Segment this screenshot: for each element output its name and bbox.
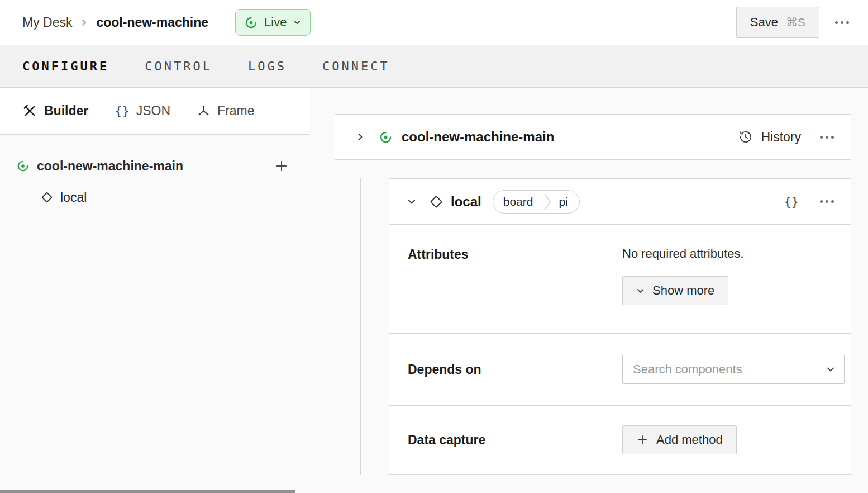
breadcrumb: My Desk cool-new-machine (22, 15, 208, 30)
viam-machine-icon (379, 131, 392, 144)
add-component-button[interactable] (274, 159, 289, 173)
header-overflow-menu-button[interactable] (833, 17, 851, 29)
save-shortcut: ⌘S (786, 16, 805, 29)
plus-icon (636, 434, 648, 446)
component-type: board (493, 191, 543, 213)
machine-card-overflow-button[interactable] (818, 131, 836, 143)
viam-live-icon (245, 16, 257, 29)
show-more-button[interactable]: Show more (622, 276, 728, 305)
chevron-down-icon (636, 287, 645, 295)
view-json-button[interactable]: {} (784, 195, 799, 208)
component-title: local (451, 194, 481, 210)
history-label: History (761, 130, 801, 145)
mode-json-label: JSON (136, 103, 170, 118)
data-capture-value: Add method (622, 425, 835, 454)
depends-on-value: Search components (622, 355, 845, 384)
component-tree-indent: local board pi {} A (360, 178, 851, 475)
add-method-button[interactable]: Add method (622, 425, 737, 454)
depends-on-select[interactable]: Search components (622, 355, 845, 384)
ellipsis-icon (818, 131, 836, 143)
breadcrumb-current: cool-new-machine (96, 15, 208, 30)
component-type-pill: board pi (493, 190, 580, 214)
component-card-header: local board pi {} (389, 179, 851, 224)
tab-connect[interactable]: CONNECT (322, 59, 390, 73)
live-status-dropdown[interactable]: Live (235, 9, 311, 36)
add-method-label: Add method (656, 433, 723, 447)
live-status-label: Live (264, 15, 287, 30)
chevron-right-icon (356, 132, 365, 141)
component-diamond-icon (432, 197, 441, 206)
expand-toggle-button[interactable] (354, 130, 367, 144)
depends-on-section: Depends on Search components (389, 333, 851, 405)
mode-frame[interactable]: Frame (197, 103, 254, 118)
content-area: Builder {} JSON Frame cool-new-machine-m… (0, 88, 868, 493)
save-label: Save (750, 15, 778, 30)
select-placeholder: Search components (633, 362, 742, 377)
breadcrumb-chevron-icon (80, 18, 88, 27)
sidebar-horizontal-scrollbar[interactable] (0, 490, 295, 493)
machine-part-title: cool-new-machine-main (402, 129, 554, 145)
left-sidebar: Builder {} JSON Frame cool-new-machine-m… (0, 88, 309, 493)
tab-control[interactable]: CONTROL (145, 59, 212, 73)
machine-nav-tabbar: CONFIGURE CONTROL LOGS CONNECT (0, 45, 868, 88)
mode-json[interactable]: {} JSON (115, 103, 170, 118)
attributes-section: Attributes No required attributes. Show … (389, 224, 851, 333)
history-button[interactable]: History (738, 130, 801, 145)
component-card-overflow-button[interactable] (818, 196, 836, 207)
config-canvas: cool-new-machine-main History (309, 88, 868, 493)
mode-builder-label: Builder (44, 103, 88, 118)
component-diamond-icon (41, 192, 53, 203)
chevron-down-icon (293, 18, 301, 26)
pill-chevron-separator-icon (543, 190, 552, 214)
tab-logs[interactable]: LOGS (248, 59, 287, 73)
tab-configure[interactable]: CONFIGURE (22, 59, 109, 73)
tree-item-label: local (60, 190, 87, 205)
depends-on-label: Depends on (408, 362, 622, 377)
history-icon (738, 130, 753, 144)
machine-part-tree: cool-new-machine-main local (0, 135, 309, 493)
tree-item-local[interactable]: local (0, 182, 309, 213)
chevron-down-icon (407, 197, 416, 206)
chevron-down-icon (826, 365, 835, 374)
save-button[interactable]: Save ⌘S (736, 7, 819, 38)
component-model: pi (552, 191, 579, 213)
frame-axes-icon (197, 104, 211, 118)
viam-machine-icon (17, 160, 29, 172)
ellipsis-icon (833, 17, 851, 29)
attributes-label: Attributes (408, 246, 622, 262)
tools-icon (22, 103, 37, 118)
tree-item-machine-main[interactable]: cool-new-machine-main (0, 150, 309, 182)
braces-icon: {} (115, 104, 130, 118)
top-header: My Desk cool-new-machine Live Save ⌘S (0, 0, 868, 45)
sidebar-mode-switcher: Builder {} JSON Frame (0, 88, 309, 135)
ellipsis-icon (818, 196, 836, 207)
attributes-value: No required attributes. Show more (622, 246, 835, 305)
show-more-label: Show more (652, 283, 714, 298)
mode-frame-label: Frame (217, 103, 254, 118)
breadcrumb-root-link[interactable]: My Desk (22, 15, 72, 30)
attributes-empty-text: No required attributes. (622, 246, 835, 262)
machine-part-card: cool-new-machine-main History (335, 114, 851, 160)
data-capture-section: Data capture Add method (389, 405, 851, 474)
mode-builder[interactable]: Builder (22, 103, 88, 118)
component-card-local: local board pi {} A (389, 178, 851, 475)
tree-item-label: cool-new-machine-main (37, 159, 183, 174)
data-capture-label: Data capture (408, 433, 622, 448)
collapse-toggle-button[interactable] (405, 195, 418, 208)
